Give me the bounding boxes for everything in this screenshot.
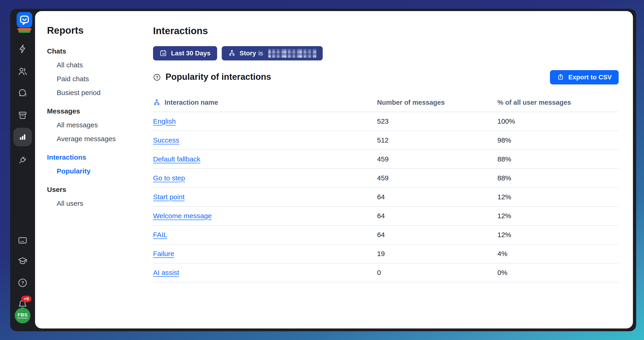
billing-card-icon[interactable] [18,235,28,245]
reports-icon[interactable] [13,128,32,146]
table-row: Failure194% [153,244,619,263]
story-filter-chip[interactable]: Story is [222,46,322,60]
nav-section-users[interactable]: Users [47,182,151,196]
archive-icon[interactable] [18,110,28,120]
story-filter-operator: is [258,49,263,57]
messages-value: 19 [377,250,498,257]
table-row: AI assist00% [153,263,619,282]
percent-value: 0% [498,268,619,276]
app-sidebar: ? [10,9,35,331]
table-row: Start point6412% [153,188,619,206]
table-row: Default fallback45988% [153,150,619,169]
filters-row: 10 Last 30 Days Story is [153,46,619,60]
interaction-link-english[interactable]: English [153,117,176,125]
story-sitemap-icon [228,49,235,57]
percent-value: 4% [498,250,619,257]
messages-value: 64 [377,231,498,238]
notifications-bell-icon[interactable]: +9 [18,299,28,309]
desktop-background: ? [0,0,644,340]
page-title: Interactions [153,25,619,37]
plug-icon[interactable] [18,155,28,165]
workspace-avatar[interactable]: FBS [15,307,30,323]
table-row: FAIL6412% [153,225,619,244]
messages-value: 459 [377,174,498,182]
table-row: Go to step45988% [153,169,619,188]
interaction-link-fail[interactable]: FAIL [153,230,167,238]
nav-item-all-chats[interactable]: All chats [47,58,151,72]
col-percent-of-messages: % of all user messages [498,99,619,106]
svg-text:?: ? [21,280,24,285]
app-window: ? [10,9,636,331]
main-content: Interactions 10 Last 30 Days [153,25,619,282]
interaction-link-go-to-step[interactable]: Go to step [153,174,185,182]
svg-text:10: 10 [162,52,165,55]
percent-value: 12% [498,212,619,220]
interaction-link-success[interactable]: Success [153,136,179,144]
logo-layer-green [18,31,30,33]
interaction-link-default-fallback[interactable]: Default fallback [153,155,200,163]
percent-value: 88% [498,155,619,163]
col-number-of-messages: Number of messages [377,99,498,106]
interaction-link-start-point[interactable]: Start point [153,193,185,200]
content-panel: Reports ChatsAll chatsPaid chatsBusiest … [35,11,633,328]
logo-layer-orange [18,28,31,31]
nav-item-all-messages[interactable]: All messages [47,118,151,132]
nav-item-paid-chats[interactable]: Paid chats [47,72,151,86]
svg-text:?: ? [24,93,27,97]
export-to-csv-button[interactable]: Export to CSV [550,70,619,84]
chatbot-logo[interactable] [16,12,32,28]
academy-cap-icon[interactable] [18,256,28,266]
percent-value: 98% [498,136,619,144]
table-row: Success51298% [153,131,619,150]
question-circle-icon[interactable]: ? [153,73,161,81]
export-to-csv-label: Export to CSV [568,73,612,81]
interaction-link-failure[interactable]: Failure [153,249,174,257]
lightning-icon[interactable] [18,44,28,54]
export-icon [557,73,564,81]
nav-item-all-users[interactable]: All users [47,196,151,210]
table-body: English523100%Success51298%Default fallb… [153,112,619,282]
nav-section-chats[interactable]: Chats [47,44,151,58]
story-filter-field: Story [240,49,256,57]
nav-section-interactions[interactable]: Interactions [47,150,151,164]
reports-nav: Reports ChatsAll chatsPaid chatsBusiest … [47,23,151,210]
date-filter-chip[interactable]: 10 Last 30 Days [153,46,217,60]
story-filter-value-redacted [268,49,316,58]
reports-nav-title: Reports [47,23,151,37]
messages-value: 512 [377,136,498,144]
team-icon[interactable] [18,67,28,77]
table-row: Welcome message6412% [153,206,619,225]
date-filter-label: Last 30 Days [171,49,210,57]
interaction-link-ai-assist[interactable]: AI assist [153,268,179,276]
workspace-avatar-label: FBS [18,312,28,318]
table-header-row: Interaction name Number of messages % of… [153,93,619,112]
messages-value: 459 [377,155,498,163]
story-sitemap-icon [153,99,160,106]
percent-value: 88% [498,174,619,182]
percent-value: 12% [498,231,619,238]
nav-item-average-messages[interactable]: Average messages [47,132,151,146]
nav-item-busiest-period[interactable]: Busiest period [47,86,151,99]
messages-value: 64 [377,193,498,201]
interaction-link-welcome-message[interactable]: Welcome message [153,211,212,219]
messages-value: 0 [377,268,498,276]
col-interaction-name: Interaction name [164,99,218,106]
interactions-table: Interaction name Number of messages % of… [153,93,619,282]
notifications-badge: +9 [21,295,31,302]
messages-value: 523 [377,117,498,125]
calendar-icon: 10 [160,49,167,57]
nav-section-messages[interactable]: Messages [47,104,151,118]
percent-value: 100% [498,117,619,125]
help-circle-icon[interactable]: ? [18,278,28,288]
table-row: English523100% [153,112,619,131]
section-title: Popularity of interactions [166,72,271,82]
messages-value: 64 [377,212,498,220]
svg-text:?: ? [156,75,158,79]
percent-value: 12% [498,193,619,201]
section-head: ? Popularity of interactions Export to C… [153,70,619,84]
nav-item-popularity[interactable]: Popularity [47,164,151,178]
chats-question-icon[interactable]: ? [18,88,28,98]
